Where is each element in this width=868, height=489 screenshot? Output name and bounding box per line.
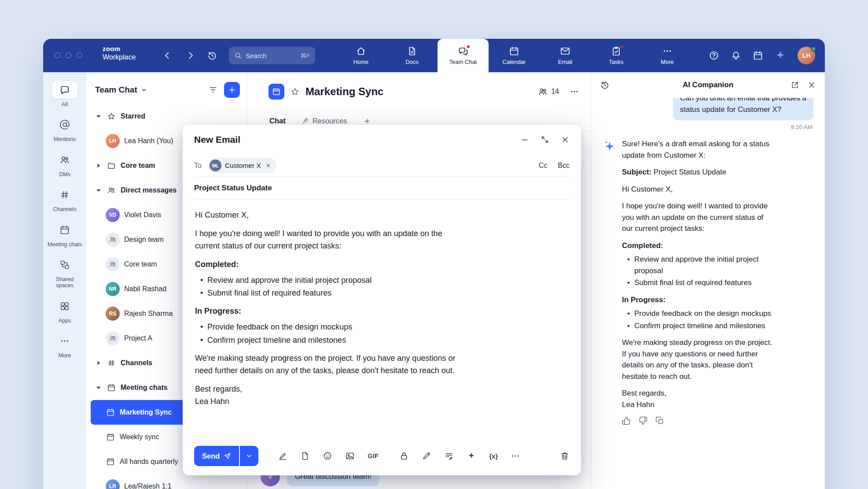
bcc-button[interactable]: Bcc	[558, 162, 570, 170]
history-icon	[207, 50, 217, 61]
email-intro: I hope you're doing well! I wanted to pr…	[195, 228, 569, 252]
list-item: Review and approve the initial project p…	[634, 254, 772, 276]
rail-item-channels[interactable]: Channels	[43, 182, 86, 217]
list-item: Provide feedback on the design mockups	[207, 321, 569, 333]
workplace-label: Workplace	[103, 53, 136, 61]
insert-image-button[interactable]	[345, 451, 355, 461]
chevron-right-icon[interactable]	[95, 360, 102, 366]
nav-home[interactable]: Home	[335, 39, 386, 72]
nav-email[interactable]: Email	[540, 39, 591, 72]
team-chat-title: Team Chat	[95, 85, 137, 95]
nav-calendar[interactable]: Calendar	[489, 39, 540, 72]
nav-docs[interactable]: Docs	[386, 39, 438, 72]
rail-item-apps[interactable]: Apps	[43, 294, 86, 329]
primary-navigation: Home Docs Team Chat Calendar Email	[335, 39, 693, 72]
variables-button[interactable]: {x}	[489, 452, 498, 460]
filter-button[interactable]	[208, 85, 218, 95]
nav-more[interactable]: More	[642, 39, 693, 72]
email-completed-heading: Completed:	[195, 259, 569, 271]
forward-button[interactable]	[185, 50, 196, 61]
chevron-right-icon[interactable]	[95, 163, 102, 169]
chat-item-label: Rajesh Sharma	[124, 310, 173, 318]
remove-recipient-button[interactable]	[265, 163, 271, 168]
minimize-button[interactable]	[520, 135, 529, 144]
encryption-button[interactable]	[399, 451, 409, 461]
edit-button[interactable]	[422, 451, 431, 461]
ai-assist-button[interactable]	[467, 451, 476, 461]
close-button[interactable]	[561, 135, 570, 144]
window-minimize-button[interactable]	[66, 52, 71, 58]
ai-closing: We're making steady progress on the proj…	[622, 337, 772, 382]
team-chat-title-dropdown[interactable]: Team Chat	[95, 85, 147, 95]
members-button[interactable]: 14	[538, 87, 559, 96]
list-item: Confirm project timeline and milestones	[634, 320, 772, 332]
trash-icon	[560, 451, 570, 461]
pencil-icon	[422, 451, 431, 461]
rail-item-all[interactable]: All	[43, 78, 86, 112]
history-button[interactable]	[207, 50, 217, 61]
chat-item-lea-rajesh[interactable]: LR Lea/Rajesh 1:1	[91, 474, 243, 489]
calendar-icon	[52, 221, 77, 239]
cc-button[interactable]: Cc	[539, 162, 548, 170]
chevron-down-icon[interactable]	[95, 385, 102, 391]
subject-field[interactable]: Project Status Update	[194, 177, 570, 200]
more-icon	[662, 46, 673, 56]
discard-draft-button[interactable]	[560, 451, 570, 461]
help-button[interactable]	[709, 50, 719, 61]
email-body-editor[interactable]: Hi Customer X, I hope you're doing well!…	[194, 200, 570, 408]
rail-item-dms[interactable]: DMs	[43, 148, 86, 182]
upcoming-meetings-button[interactable]	[753, 50, 763, 61]
email-inprogress-list: Provide feedback on the design mockups C…	[195, 321, 569, 347]
to-label: To	[194, 162, 202, 170]
expand-button[interactable]	[541, 135, 549, 144]
rail-item-shared-spaces[interactable]: Shared spaces	[43, 252, 86, 294]
ai-companion-button[interactable]	[775, 50, 786, 61]
send-options-button[interactable]	[240, 446, 258, 466]
rail-item-meeting-chats[interactable]: Meeting chats	[43, 218, 86, 252]
section-label: Direct messages	[121, 186, 177, 194]
rail-item-more[interactable]: More	[43, 329, 86, 363]
gif-button[interactable]: GIF	[368, 452, 379, 459]
signature-button[interactable]	[444, 451, 454, 461]
window-zoom-button[interactable]	[77, 52, 82, 58]
emoji-button[interactable]	[323, 451, 332, 461]
new-chat-button[interactable]	[224, 82, 240, 98]
meeting-chat-icon	[268, 84, 284, 100]
hash-icon	[107, 359, 116, 367]
at-sign-icon	[52, 116, 77, 133]
channel-more-button[interactable]	[570, 87, 579, 96]
nav-tasks[interactable]: Tasks	[591, 39, 642, 72]
rail-item-mentions[interactable]: Mentions	[43, 112, 86, 147]
chevron-down-icon[interactable]	[95, 187, 102, 193]
search-placeholder: Search	[246, 52, 267, 59]
notifications-button[interactable]	[731, 50, 741, 61]
copy-button[interactable]	[655, 416, 664, 425]
user-avatar[interactable]: LH	[798, 47, 815, 64]
folder-icon	[107, 161, 116, 170]
email-greeting: Hi Customer X,	[195, 209, 569, 222]
nav-team-chat[interactable]: Team Chat	[438, 39, 489, 72]
back-button[interactable]	[162, 50, 173, 61]
format-button[interactable]	[278, 451, 287, 461]
section-label: Channels	[121, 359, 152, 367]
attach-file-button[interactable]	[300, 451, 310, 461]
user-avatar-initials: LH	[802, 52, 811, 59]
send-button[interactable]: Send	[194, 446, 239, 466]
file-icon	[300, 451, 310, 461]
star-channel-button[interactable]	[290, 87, 300, 96]
ai-history-button[interactable]	[600, 80, 610, 90]
tasks-icon	[611, 46, 622, 56]
ai-open-in-window-button[interactable]	[791, 81, 799, 89]
more-options-button[interactable]	[511, 451, 520, 461]
ai-completed-list: Review and approve the initial project p…	[622, 254, 772, 289]
plus-icon	[228, 85, 236, 94]
chat-item-label: Lea/Rajesh 1:1	[124, 482, 172, 489]
ai-close-button[interactable]	[807, 81, 816, 89]
recipient-row[interactable]: To ML Customer X Cc Bcc	[194, 155, 570, 177]
recipient-chip[interactable]: ML Customer X	[208, 158, 276, 173]
search-input[interactable]: Search ⌘F	[229, 47, 315, 64]
chevron-down-icon[interactable]	[95, 113, 102, 119]
thumbs-up-button[interactable]	[622, 416, 631, 425]
window-close-button[interactable]	[55, 52, 60, 58]
thumbs-down-button[interactable]	[639, 416, 647, 425]
